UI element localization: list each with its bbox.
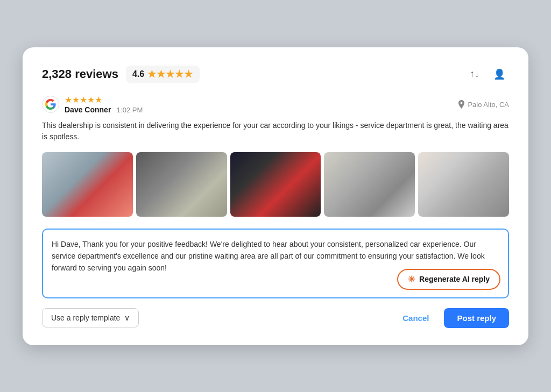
review-count: 2,328 reviews bbox=[42, 67, 118, 81]
rating-badge: 4.6 ★★★★★ bbox=[126, 66, 200, 83]
header-left: 2,328 reviews 4.6 ★★★★★ bbox=[42, 66, 200, 83]
footer-actions: Cancel Post reply bbox=[396, 308, 509, 328]
post-reply-button[interactable]: Post reply bbox=[444, 308, 509, 328]
location-text: Palo Alto, CA bbox=[468, 101, 509, 109]
review-text: This dealership is consistent in deliver… bbox=[42, 120, 509, 142]
sort-icon[interactable]: ↑↓ bbox=[465, 65, 484, 84]
template-label: Use a reply template bbox=[51, 313, 120, 322]
reviewer-stars: ★★★★★ bbox=[65, 95, 143, 105]
header-row: 2,328 reviews 4.6 ★★★★★ ↑↓ 👤 bbox=[42, 65, 509, 84]
header-icons: ↑↓ 👤 bbox=[465, 65, 509, 84]
location-icon bbox=[458, 100, 465, 109]
review-image-1 bbox=[42, 152, 133, 217]
reviewer-info: ★★★★★ Dave Conner 1:02 PM bbox=[42, 95, 143, 115]
regenerate-icon: ✳ bbox=[408, 274, 415, 284]
regenerate-label: Regenerate AI reply bbox=[419, 275, 490, 283]
regenerate-button[interactable]: ✳ Regenerate AI reply bbox=[397, 269, 500, 290]
review-meta: ★★★★★ Dave Conner 1:02 PM Palo Alto, CA bbox=[42, 95, 509, 115]
review-image-5 bbox=[418, 152, 509, 217]
profile-icon[interactable]: 👤 bbox=[490, 65, 509, 84]
reviewer-time: 1:02 PM bbox=[117, 106, 143, 114]
review-image-4 bbox=[324, 152, 415, 217]
reviewer-details: ★★★★★ Dave Conner 1:02 PM bbox=[65, 95, 143, 115]
google-logo bbox=[42, 96, 59, 113]
cancel-button[interactable]: Cancel bbox=[396, 309, 435, 327]
template-button[interactable]: Use a reply template ∨ bbox=[42, 308, 139, 327]
review-image-3 bbox=[230, 152, 321, 217]
chevron-down-icon: ∨ bbox=[124, 313, 130, 322]
location: Palo Alto, CA bbox=[458, 100, 509, 109]
rating-stars: ★★★★★ bbox=[147, 68, 193, 80]
images-row bbox=[42, 152, 509, 217]
review-card: 2,328 reviews 4.6 ★★★★★ ↑↓ 👤 ★★★★★ bbox=[23, 47, 528, 345]
rating-value: 4.6 bbox=[132, 69, 144, 79]
footer-row: Use a reply template ∨ Cancel Post reply bbox=[42, 308, 509, 328]
reply-box: Hi Dave, Thank you for your positive fee… bbox=[42, 229, 509, 298]
review-image-2 bbox=[136, 152, 227, 217]
reviewer-name: Dave Conner bbox=[65, 105, 111, 114]
